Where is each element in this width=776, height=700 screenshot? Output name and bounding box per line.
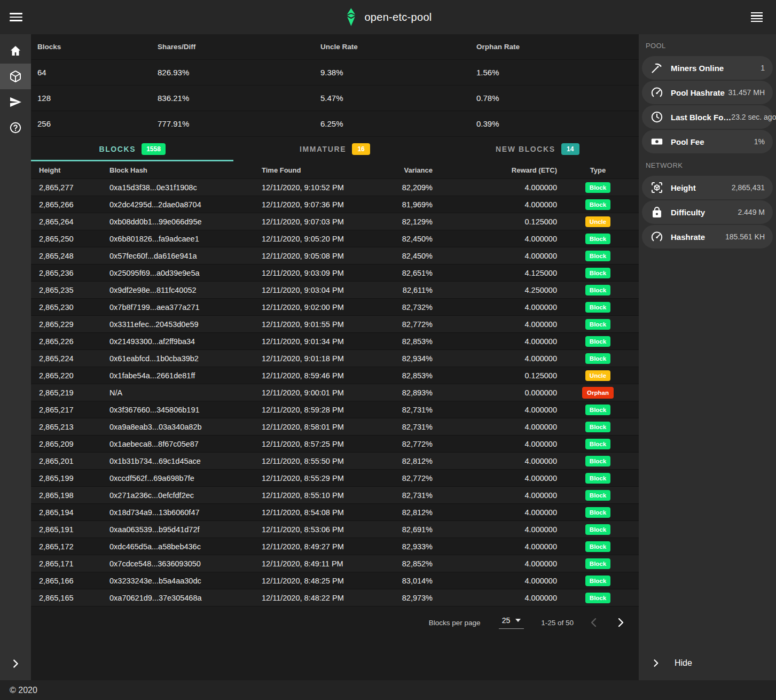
type-badge: Block bbox=[585, 302, 610, 313]
type-badge: Block bbox=[585, 575, 610, 586]
block-hash-cell[interactable]: 0x7b8f7199...aea377a271 bbox=[109, 303, 262, 312]
variance-cell: 82,450% bbox=[383, 235, 433, 243]
block-hash-cell[interactable]: 0xa15d3f38...0e31f1908c bbox=[109, 183, 262, 192]
variance-cell: 82,772% bbox=[383, 474, 433, 483]
network-height-label: Height bbox=[671, 183, 696, 192]
variance-cell: 82,731% bbox=[383, 491, 433, 500]
block-hash-cell[interactable]: 0xaa063539...b95d41d72f bbox=[109, 525, 262, 534]
block-hash-cell[interactable]: 0x57fec60f...da616e941a bbox=[109, 252, 262, 260]
col-type: Type bbox=[557, 166, 639, 174]
variance-cell: 81,969% bbox=[383, 200, 433, 209]
block-height-cell: 2,865,230 bbox=[39, 303, 109, 312]
last-block-found-stat: Last Block Fo… 23.2 sec. ago bbox=[642, 105, 773, 129]
tab-blocks[interactable]: BLOCKS 1558 bbox=[31, 137, 233, 161]
table-row: 2,865,194 0x18d734a9...13b6060f47 12/11/… bbox=[31, 504, 639, 521]
per-page-select[interactable]: 25 bbox=[499, 616, 524, 629]
block-height-cell: 2,865,235 bbox=[39, 286, 109, 294]
block-hash-cell[interactable]: 0x7cdce548...3636093050 bbox=[109, 559, 262, 568]
variance-cell: 82,691% bbox=[383, 525, 433, 534]
table-row: 2,865,217 0x3f367660...345806b191 12/11/… bbox=[31, 401, 639, 418]
block-hash-cell[interactable]: 0x271a236c...0efcfdf2ec bbox=[109, 491, 262, 500]
sidebar-item-home[interactable] bbox=[0, 38, 31, 64]
block-hash-cell[interactable]: 0x6b801826...fa9adcaee1 bbox=[109, 235, 262, 243]
reward-cell: 0.125000 bbox=[433, 371, 557, 380]
type-cell: Block bbox=[557, 456, 639, 466]
table-row: 2,865,235 0x9df2e98e...811fc40052 12/11/… bbox=[31, 282, 639, 299]
variance-cell: 82,812% bbox=[383, 457, 433, 465]
per-page-value: 25 bbox=[502, 616, 511, 625]
block-height-cell: 2,865,213 bbox=[39, 423, 109, 431]
reward-cell: 4.000000 bbox=[433, 457, 557, 465]
block-hash-cell[interactable]: N/A bbox=[109, 388, 262, 397]
stats-row: 128 836.21% 5.47% 0.78% bbox=[31, 85, 639, 111]
pool-hashrate-value: 31.457 MH bbox=[728, 88, 765, 97]
hide-sidebar-button[interactable]: Hide bbox=[639, 646, 776, 680]
block-height-cell: 2,865,277 bbox=[39, 183, 109, 192]
time-found-cell: 12/11/2020, 8:55:29 PM bbox=[262, 474, 383, 483]
block-hash-cell[interactable]: 0x1fabe54a...2661de81ff bbox=[109, 371, 262, 380]
time-found-cell: 12/11/2020, 8:58:01 PM bbox=[262, 423, 383, 431]
block-hash-cell[interactable]: 0x3f367660...345806b191 bbox=[109, 406, 262, 414]
sidebar-item-help[interactable] bbox=[0, 115, 31, 141]
rail-collapse-button[interactable] bbox=[0, 651, 31, 676]
network-hashrate-label: Hashrate bbox=[671, 232, 705, 242]
chevron-right-icon bbox=[650, 658, 661, 668]
block-hash-cell[interactable]: 0xa9a8eab3...03a340a82b bbox=[109, 423, 262, 431]
table-row: 2,865,236 0x25095f69...a0d39e9e5a 12/11/… bbox=[31, 265, 639, 282]
gauge-icon bbox=[650, 230, 663, 243]
blocks-table-header-row: Height Block Hash Time Found Variance Re… bbox=[31, 161, 639, 179]
brand: open-etc-pool bbox=[344, 7, 432, 27]
type-cell: Orphan bbox=[557, 387, 639, 399]
table-row: 2,865,230 0x7b8f7199...aea377a271 12/11/… bbox=[31, 299, 639, 316]
prev-page-button[interactable] bbox=[587, 616, 600, 629]
time-found-cell: 12/11/2020, 9:01:34 PM bbox=[262, 337, 383, 346]
type-cell: Block bbox=[557, 285, 639, 295]
variance-cell: 82,853% bbox=[383, 371, 433, 380]
tab-blocks-count-badge: 1558 bbox=[142, 143, 166, 155]
block-height-cell: 2,865,264 bbox=[39, 217, 109, 226]
block-hash-cell[interactable]: 0x25095f69...a0d39e9e5a bbox=[109, 269, 262, 277]
block-hash-cell[interactable]: 0xccdf562f...69a698b7fe bbox=[109, 474, 262, 483]
stats-shares-diff-value: 836.21% bbox=[158, 94, 320, 103]
block-hash-cell[interactable]: 0xdc465d5a...a58beb436c bbox=[109, 542, 262, 551]
menu-icon[interactable] bbox=[4, 5, 28, 29]
table-row: 2,865,248 0x57fec60f...da616e941a 12/11/… bbox=[31, 247, 639, 265]
table-row: 2,865,199 0xccdf562f...69a698b7fe 12/11/… bbox=[31, 470, 639, 487]
next-page-button[interactable] bbox=[614, 616, 627, 629]
hide-label: Hide bbox=[675, 658, 692, 668]
block-hash-cell[interactable]: 0x1b31b734...69c1d45ace bbox=[109, 457, 262, 465]
sidebar-item-payments[interactable] bbox=[0, 89, 31, 115]
pool-fee-value: 1% bbox=[754, 137, 765, 146]
block-hash-cell[interactable]: 0x1aebeca8...8f67c05e87 bbox=[109, 440, 262, 448]
block-hash-cell[interactable]: 0x3311efec...20453d0e59 bbox=[109, 320, 262, 329]
stats-blocks-value: 64 bbox=[37, 68, 158, 77]
time-found-cell: 12/11/2020, 9:00:01 PM bbox=[262, 388, 383, 397]
tab-new-blocks[interactable]: NEW BLOCKS 14 bbox=[436, 137, 639, 161]
time-found-cell: 12/11/2020, 9:10:52 PM bbox=[262, 183, 383, 192]
stats-body: 64 826.93% 9.38% 1.56% 128 836.21% 5.47%… bbox=[31, 60, 639, 137]
right-menu-icon[interactable] bbox=[745, 5, 769, 29]
block-hash-cell[interactable]: 0xa70621d9...37e305468a bbox=[109, 594, 262, 602]
block-hash-cell[interactable]: 0x61eabfcd...1b0cba39b2 bbox=[109, 354, 262, 363]
stats-blocks-value: 128 bbox=[37, 94, 158, 103]
type-badge: Orphan bbox=[582, 387, 614, 399]
stats-blocks-value: 256 bbox=[37, 119, 158, 128]
variance-cell: 82,973% bbox=[383, 594, 433, 602]
variance-cell: 82,732% bbox=[383, 303, 433, 312]
network-height-value: 2,865,431 bbox=[732, 183, 765, 192]
chevron-down-icon bbox=[515, 619, 521, 622]
block-hash-cell[interactable]: 0x3233243e...b5a4aa30dc bbox=[109, 577, 262, 585]
block-hash-cell[interactable]: 0x9df2e98e...811fc40052 bbox=[109, 286, 262, 294]
block-hash-cell[interactable]: 0xb08dd0b1...99e066d95e bbox=[109, 217, 262, 226]
block-hash-cell[interactable]: 0x2dc4295d...2dae0a8704 bbox=[109, 200, 262, 209]
variance-cell: 82,651% bbox=[383, 269, 433, 277]
type-cell: Block bbox=[557, 507, 639, 518]
block-hash-cell[interactable]: 0x21493300...af2ff9ba34 bbox=[109, 337, 262, 346]
time-found-cell: 12/11/2020, 8:55:50 PM bbox=[262, 457, 383, 465]
block-hash-cell[interactable]: 0x18d734a9...13b6060f47 bbox=[109, 508, 262, 517]
tab-immature[interactable]: IMMATURE 16 bbox=[233, 137, 436, 161]
page-range-label: 1-25 of 50 bbox=[541, 619, 574, 627]
network-difficulty-label: Difficulty bbox=[671, 208, 705, 217]
sidebar-item-blocks[interactable] bbox=[0, 64, 31, 89]
variance-cell: 82,893% bbox=[383, 388, 433, 397]
